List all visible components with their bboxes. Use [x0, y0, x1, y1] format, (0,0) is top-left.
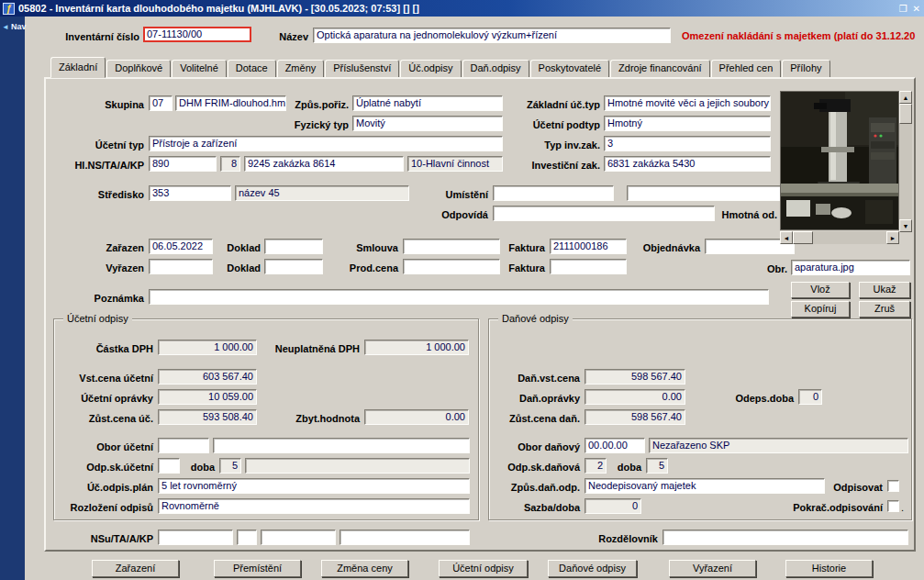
name-field[interactable]: Optická aparatura na jednomolekulový výz…: [313, 28, 671, 43]
umisteni-field-1[interactable]: [493, 185, 614, 201]
photo-hscroll-thumb[interactable]: [793, 231, 813, 244]
dan-opravky-field[interactable]: 0.00: [584, 389, 685, 405]
zarazen-doklad-field[interactable]: [264, 239, 323, 254]
zarazen-date-field[interactable]: 06.05.2022: [149, 239, 213, 254]
hlns-field-4[interactable]: 10-Hlavní činnost: [407, 156, 503, 172]
obor-danovy-name-field[interactable]: Nezařazeno SKP: [649, 438, 908, 453]
investicni-zak-field[interactable]: 6831 zakázka 5430: [604, 156, 771, 172]
odp-sk-danova-field[interactable]: 2: [584, 458, 607, 474]
ukaz-button[interactable]: Ukaž: [859, 282, 910, 298]
zust-cena-dan-label: Zůst.cena daň.: [488, 412, 580, 425]
sazba-doba-field[interactable]: 0: [584, 498, 641, 514]
tab-zakladni[interactable]: Základní: [50, 57, 106, 78]
premisteni-button[interactable]: Přemístění: [214, 560, 301, 577]
skupina-code-field[interactable]: 07: [149, 95, 173, 111]
nsu-field-2[interactable]: [237, 530, 257, 545]
tab-volitelne[interactable]: Volitelné: [172, 60, 227, 77]
odp-sk-ucetni-extra-field[interactable]: [245, 458, 470, 474]
tab-dan-odpisy[interactable]: Daň.odpisy: [462, 60, 529, 77]
scroll-right-icon[interactable]: ►: [886, 231, 899, 244]
tab-uc-odpisy[interactable]: Úč.odpisy: [400, 60, 461, 77]
tab-poskytovatele[interactable]: Poskytovatelé: [530, 60, 609, 77]
close-icon[interactable]: ✕: [913, 4, 920, 14]
ucetni-podtyp-field[interactable]: Hmotný: [604, 116, 771, 131]
odpisovat-checkbox[interactable]: [887, 480, 899, 492]
stredisko-name-field[interactable]: název 45: [235, 185, 409, 201]
hlns-field-1[interactable]: 890: [149, 156, 217, 172]
tab-prehled-cen[interactable]: Přehled cen: [711, 60, 782, 77]
pokrac-suffix: .: [901, 501, 908, 514]
obr-filename-field[interactable]: aparatura.jpg: [791, 260, 910, 275]
app-icon: ƒ: [3, 3, 15, 15]
restore-icon[interactable]: ❐: [899, 4, 907, 14]
castka-dph-field[interactable]: 1 000.00: [158, 340, 257, 355]
restriction-warning: Omezení nakládání s majetkem (platí do 3…: [682, 30, 922, 41]
odpovida-field[interactable]: [493, 206, 715, 221]
danove-odpisy-button[interactable]: Daňové odpisy: [548, 560, 637, 577]
photo-hscrollbar[interactable]: ◄ ►: [780, 231, 899, 244]
smlouva-label: Smlouva: [338, 241, 398, 254]
tab-prilohy[interactable]: Přílohy: [782, 60, 829, 77]
zarazen-label: Zařazen: [71, 241, 144, 254]
vyrazen-faktura-field[interactable]: [550, 259, 627, 274]
nsu-field-3[interactable]: [261, 530, 336, 545]
vloz-button[interactable]: Vlož: [791, 282, 850, 298]
uc-odpis-plan-field[interactable]: 5 let rovnoměrný: [158, 478, 470, 494]
nav-toggle[interactable]: ◄ Nav: [0, 17, 25, 37]
hlns-field-2[interactable]: 8: [220, 156, 240, 172]
tab-prislusenstvi[interactable]: Příslušenství: [325, 60, 399, 77]
photo-vscrollbar[interactable]: ▲ ▼: [899, 91, 912, 232]
odp-sk-danova-label: Odp.sk.daňová: [488, 461, 580, 474]
obor-ucetni-code-field[interactable]: [158, 438, 209, 453]
zpus-poriz-field[interactable]: Úplatné nabytí: [352, 95, 503, 111]
odp-sk-ucetni-doba-field[interactable]: 5: [219, 458, 241, 474]
vyrazen-date-field[interactable]: [149, 259, 213, 274]
vyrazen-doklad-field[interactable]: [264, 259, 323, 274]
zust-cena-uc-field[interactable]: 593 508.40: [158, 409, 257, 425]
zarazen-doklad-label: Doklad: [217, 241, 261, 254]
photo-vscroll-thumb[interactable]: [899, 104, 912, 124]
typ-inv-zak-field[interactable]: 3: [604, 136, 771, 151]
stredisko-code-field[interactable]: 353: [149, 185, 231, 201]
neuplatnena-dph-field[interactable]: 1 000.00: [364, 340, 469, 355]
historie-button[interactable]: Historie: [785, 560, 873, 577]
zpus-dan-odp-field[interactable]: Neodepisovaný majetek: [584, 478, 825, 494]
ucetni-opravky-field[interactable]: 10 059.00: [158, 389, 257, 405]
obor-danovy-code-field[interactable]: 00.00.00: [584, 438, 645, 453]
zarazeni-button[interactable]: Zařazení: [92, 560, 179, 577]
scroll-left-icon[interactable]: ◄: [780, 231, 793, 244]
poznamka-field[interactable]: [149, 289, 769, 305]
obor-ucetni-name-field[interactable]: [213, 438, 470, 453]
umisteni-field-2[interactable]: [627, 185, 794, 201]
inventory-number-field[interactable]: 07-11130/00: [143, 27, 251, 42]
zust-cena-dan-field[interactable]: 598 567.40: [584, 409, 685, 425]
zmena-ceny-button[interactable]: Změna ceny: [321, 560, 408, 577]
hlns-field-3[interactable]: 9245 zakázka 8614: [244, 156, 404, 172]
rozdelovnik-field[interactable]: [662, 530, 908, 545]
tab-zdroje-financovani[interactable]: Zdroje financování: [610, 60, 710, 77]
vyrazeni-button[interactable]: Vyřazení: [669, 560, 756, 577]
scroll-up-icon[interactable]: ▲: [899, 91, 912, 104]
rozlozeni-odpisu-field[interactable]: Rovnoměrně: [158, 498, 470, 514]
nsu-field-1[interactable]: [158, 530, 233, 545]
dan-vst-cena-field[interactable]: 598 567.40: [584, 369, 685, 385]
pokrac-odpisovani-checkbox[interactable]: [887, 500, 899, 512]
tab-dotace[interactable]: Dotace: [228, 60, 276, 77]
scroll-down-icon[interactable]: ▼: [899, 219, 912, 232]
zbyt-hodnota-field[interactable]: 0.00: [364, 409, 469, 425]
zakladni-uc-typ-field[interactable]: Hmotné movité věci a jejich soubory: [604, 95, 771, 111]
kopiruj-button[interactable]: Kopíruj: [791, 301, 850, 318]
zrus-button[interactable]: Zruš: [859, 301, 910, 318]
ucetni-odpisy-button[interactable]: Účetní odpisy: [439, 560, 528, 577]
ucetni-typ-field[interactable]: Přístroje a zařízení: [149, 136, 503, 151]
tab-doplnkove[interactable]: Doplňkové: [106, 60, 171, 77]
nsu-field-4[interactable]: [340, 530, 470, 545]
tab-zmeny[interactable]: Změny: [277, 60, 325, 77]
fyzicky-typ-field[interactable]: Movitý: [352, 116, 503, 131]
odp-sk-ucetni-doba-label: doba: [185, 461, 215, 474]
odp-sk-danova-doba-field[interactable]: 5: [646, 458, 668, 474]
zarazen-faktura-field[interactable]: 2111000186: [550, 239, 627, 254]
odp-sk-ucetni-field[interactable]: [158, 458, 180, 474]
odeps-doba-field[interactable]: 0: [798, 389, 822, 405]
vst-cena-ucetni-field[interactable]: 603 567.40: [158, 369, 257, 385]
